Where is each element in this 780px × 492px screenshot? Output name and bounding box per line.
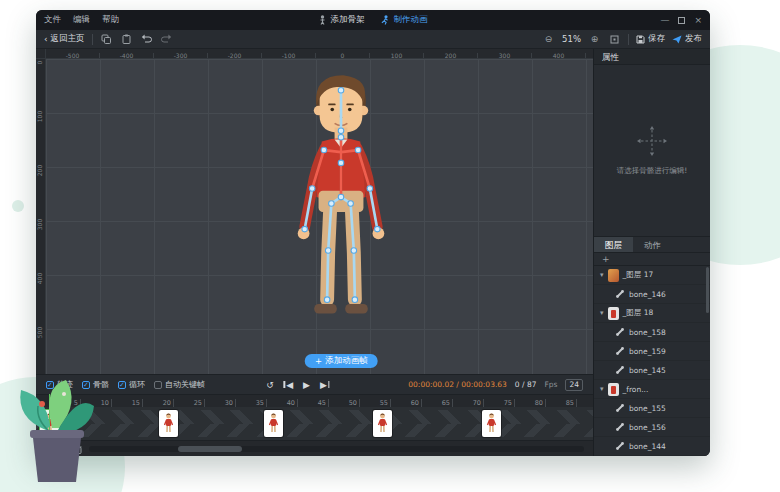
move-crosshair-icon (637, 126, 667, 156)
bone-row[interactable]: bone_144 (594, 437, 710, 456)
checkbox-icon: ✓ (154, 381, 162, 389)
zoom-in-icon[interactable]: ⊕ (588, 33, 601, 46)
next-frame-button[interactable]: ▶ (320, 380, 329, 390)
timeline-tick: 40 (267, 399, 298, 407)
chevron-pattern (36, 410, 593, 437)
empty-hint-text: 请选择骨骼进行编辑! (617, 166, 688, 176)
tab-actions[interactable]: 动作 (633, 237, 672, 252)
frame-counter: 0 / 87 (515, 380, 537, 389)
ruler-tick: 100 (370, 53, 424, 58)
ruler-tick: -300 (154, 53, 208, 58)
publish-icon (672, 35, 682, 44)
ruler-tick: 300 (36, 221, 45, 275)
checkbox-auto-keyframe[interactable]: ✓ 自动关键帧 (154, 379, 205, 390)
add-frame-label: 添加动画帧 (325, 355, 368, 367)
bone-row[interactable]: bone_145 (594, 361, 710, 380)
close-button[interactable]: × (694, 15, 702, 25)
save-label: 保存 (648, 33, 665, 45)
timeline-scrollbar[interactable] (89, 446, 584, 452)
background-dot (12, 200, 24, 212)
playback-buttons: ↺ ◀ ▶ ▶ (266, 380, 329, 390)
caret-down-icon[interactable]: ▾ (600, 271, 604, 279)
timeline-tick: 35 (236, 399, 267, 407)
skeleton-icon (319, 15, 327, 25)
ruler-vertical: 0100200300400500 (36, 59, 46, 374)
menu-edit[interactable]: 编辑 (73, 14, 90, 26)
bone-name: bone_146 (629, 290, 666, 299)
toolbar-right: ⊖ 51% ⊕ 保存 发布 (542, 33, 702, 46)
bone-icon (615, 422, 625, 432)
timeline-track[interactable] (36, 407, 593, 440)
zoom-out-icon[interactable]: ⊖ (542, 33, 555, 46)
caret-down-icon[interactable]: ▾ (600, 309, 604, 317)
panel-scrollbar[interactable] (706, 267, 709, 313)
scrollbar-thumb[interactable] (178, 446, 242, 452)
bone-name: bone_145 (629, 366, 666, 375)
bone-icon (615, 327, 625, 337)
timeline-footer: ⊕ ⊖ (36, 440, 593, 456)
layer-group-row[interactable]: ▾ _图层 18 (594, 304, 710, 323)
bone-row[interactable]: bone_155 (594, 399, 710, 418)
bone-name: bone_155 (629, 404, 666, 413)
undo-icon[interactable] (140, 33, 153, 46)
menu-help[interactable]: 帮助 (102, 14, 119, 26)
app-body: -500-400-300-200-1000100200300400500 010… (36, 49, 710, 456)
bone-row[interactable]: bone_159 (594, 342, 710, 361)
redo-icon[interactable] (160, 33, 173, 46)
playback-controls-bar: ✓ 轨迹 ✓ 骨骼 ✓ 循环 ✓ 自动关键帧 (36, 374, 593, 394)
bone-name: bone_158 (629, 328, 666, 337)
keyframe-thumbnail[interactable] (373, 410, 392, 437)
keyframe-thumbnail[interactable] (482, 410, 501, 437)
titlebar: 文件 编辑 帮助 添加骨架 制作动画 — × (36, 10, 710, 30)
add-frame-button[interactable]: + 添加动画帧 (305, 354, 378, 368)
stage-canvas[interactable]: + 添加动画帧 (46, 59, 593, 374)
checkbox-loop[interactable]: ✓ 循环 (118, 379, 145, 390)
bone-icon (615, 441, 625, 451)
layer-group-row[interactable]: ▾ _fron... (594, 380, 710, 399)
keyframe-thumbnail[interactable] (159, 410, 178, 437)
bone-icon (615, 346, 625, 356)
save-button[interactable]: 保存 (636, 33, 665, 45)
fit-screen-icon[interactable] (608, 33, 621, 46)
bone-row[interactable]: bone_156 (594, 418, 710, 437)
menu-bar: 文件 编辑 帮助 (44, 14, 119, 26)
tab-add-skeleton[interactable]: 添加骨架 (319, 14, 365, 26)
caret-down-icon[interactable]: ▾ (600, 385, 604, 393)
copy-icon[interactable] (100, 33, 113, 46)
add-layer-row[interactable]: + (594, 253, 710, 266)
publish-button[interactable]: 发布 (672, 33, 702, 45)
bone-row[interactable]: bone_146 (594, 285, 710, 304)
prev-frame-button[interactable]: ◀ (284, 380, 293, 390)
maximize-button[interactable] (678, 17, 685, 24)
timeline-tick: 80 (515, 399, 546, 407)
time-display: 00:00:00.02 / 00:00:03.63 (408, 380, 507, 389)
run-icon (381, 15, 390, 25)
ruler-tick: -200 (208, 53, 262, 58)
app-window: 文件 编辑 帮助 添加骨架 制作动画 — × (36, 10, 710, 456)
menu-file[interactable]: 文件 (44, 14, 61, 26)
play-button[interactable]: ▶ (303, 380, 310, 390)
paste-icon[interactable] (120, 33, 133, 46)
keyframe-thumbnail[interactable] (264, 410, 283, 437)
tab-make-animation-label: 制作动画 (394, 14, 428, 26)
toolbar: ‹ 返回主页 ⊖ 51% ⊕ 保存 (36, 30, 710, 49)
timeline-tick: 85 (546, 399, 577, 407)
tab-make-animation[interactable]: 制作动画 (381, 14, 428, 26)
time-readout: 00:00:00.02 / 00:00:03.63 0 / 87 Fps 24 (408, 379, 583, 391)
timeline-tick: 45 (298, 399, 329, 407)
properties-panel: 属性 请选择骨骼进行编辑! 图层 动作 (593, 49, 710, 456)
timeline-tick: 75 (484, 399, 515, 407)
tab-layers[interactable]: 图层 (594, 237, 633, 252)
character-rig[interactable] (266, 71, 416, 321)
timeline-tick: 55 (360, 399, 391, 407)
minimize-button[interactable]: — (660, 15, 669, 25)
bone-row[interactable]: bone_158 (594, 323, 710, 342)
back-home-button[interactable]: ‹ 返回主页 (44, 33, 85, 45)
restart-button[interactable]: ↺ (266, 380, 274, 390)
ruler-tick: 200 (36, 167, 45, 221)
zoom-level[interactable]: 51% (562, 34, 581, 44)
ruler-corner (36, 49, 46, 59)
layer-group-row[interactable]: ▾ _图层 17 (594, 266, 710, 285)
fps-value[interactable]: 24 (565, 379, 583, 391)
timeline-ruler[interactable]: 510152025303540455055606570758085 (36, 394, 593, 407)
